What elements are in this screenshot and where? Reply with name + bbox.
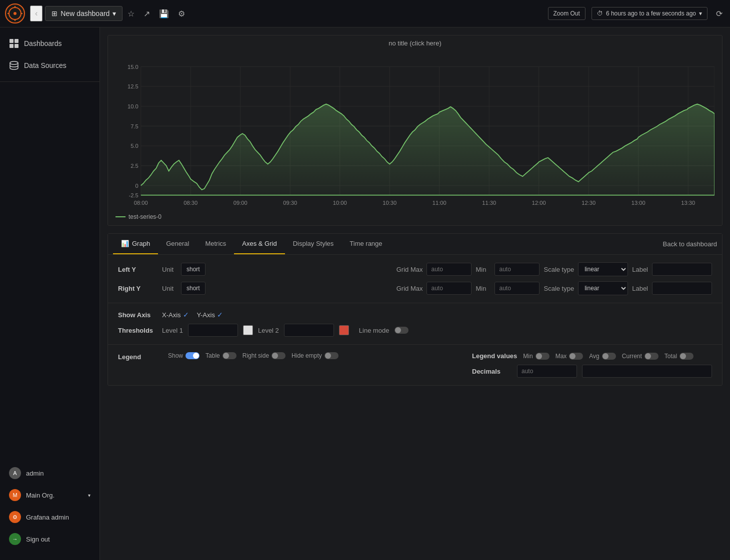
max-val-toggle-item[interactable]: Max [556,353,584,360]
right-side-toggle[interactable] [272,352,286,359]
zoom-out-button[interactable]: Zoom Out [548,7,586,20]
svg-text:08:30: 08:30 [184,200,198,206]
main-layout: Dashboards Data Sources A admin M Main O… [0,27,730,560]
min-label-left: Min [476,266,490,273]
x-axis-check-icon: ✓ [183,311,189,319]
left-y-label-input[interactable] [652,263,712,276]
panel-type-label: Graph [132,240,150,247]
total-val-toggle[interactable] [680,353,694,360]
svg-rect-7 [10,39,14,43]
star-button[interactable]: ☆ [124,6,138,21]
right-y-scale-type-select[interactable]: linear [578,281,628,295]
total-val-toggle-item[interactable]: Total [664,353,694,360]
line-mode-toggle[interactable] [394,327,408,334]
org-label: Main Org. [26,492,54,499]
decimals-input[interactable] [517,365,577,378]
table-toggle[interactable] [222,352,236,359]
show-axis-row: Show Axis X-Axis ✓ Y-Axis ✓ [118,311,712,319]
data-sources-icon [9,60,19,70]
min-val-toggle[interactable] [536,353,550,360]
avg-val-toggle[interactable] [602,353,616,360]
svg-text:0: 0 [135,182,138,188]
avg-val-label: Avg [589,353,599,360]
save-button[interactable]: 💾 [155,6,173,21]
svg-point-2 [14,12,16,15]
y-axis-checkbox-item[interactable]: Y-Axis ✓ [197,311,223,319]
legend-options: Show Table Right side Hide empty [168,352,338,359]
x-axis-checkbox-item[interactable]: X-Axis ✓ [162,311,189,319]
show-toggle[interactable] [186,352,200,359]
unit-label-right: Unit [162,285,177,292]
tab-time-range-label: Time range [350,240,382,247]
sidebar-sign-out[interactable]: → Sign out [0,528,100,550]
hide-empty-toggle[interactable] [324,352,338,359]
level2-input[interactable] [284,324,334,337]
sidebar-org-item[interactable]: M Main Org. ▾ [0,484,100,506]
legend-label: Legend [118,352,158,361]
tab-axes-grid[interactable]: Axes & Grid [234,234,284,254]
dashboards-icon [9,38,19,48]
org-avatar: M [9,489,21,501]
svg-text:10:30: 10:30 [382,200,396,206]
right-side-label: Right side [242,352,269,359]
svg-text:12:00: 12:00 [532,200,546,206]
decimals-row: Decimals [472,365,712,378]
right-y-grid-max-input[interactable] [426,282,472,295]
decimals-extra-input[interactable] [582,365,712,378]
legend-values-label: Legend values [472,352,517,360]
y-axis-check-icon: ✓ [217,311,223,319]
sidebar-divider-1 [0,81,100,82]
min-val-toggle-item[interactable]: Min [523,353,549,360]
sidebar-bottom: A admin M Main Org. ▾ ⚙ Grafana admin → … [0,462,100,560]
right-side-toggle-item[interactable]: Right side [242,352,286,359]
back-to-dashboard-link[interactable]: Back to dashboard [663,234,717,254]
sidebar-item-data-sources[interactable]: Data Sources [0,54,100,76]
current-val-toggle-item[interactable]: Current [622,353,658,360]
grafana-admin-avatar: ⚙ [9,511,21,523]
max-val-toggle[interactable] [569,353,583,360]
share-button[interactable]: ↗ [140,6,154,21]
level2-color-swatch[interactable] [339,325,349,335]
tab-general-label: General [166,240,189,247]
refresh-button[interactable]: ⟳ [714,6,725,21]
tab-time-range[interactable]: Time range [342,234,390,254]
left-y-grid-max-input[interactable] [426,263,472,276]
settings-button[interactable]: ⚙ [174,6,189,21]
current-val-toggle[interactable] [644,353,658,360]
sidebar: Dashboards Data Sources A admin M Main O… [0,27,100,560]
tab-general[interactable]: General [158,234,197,254]
line-mode-label: Line mode [359,327,390,334]
right-y-label-input[interactable] [652,282,712,295]
sidebar-item-dashboards[interactable]: Dashboards [0,32,100,54]
svg-text:09:00: 09:00 [234,200,248,206]
tab-display-styles[interactable]: Display Styles [285,234,342,254]
hide-empty-toggle-item[interactable]: Hide empty [292,352,338,359]
show-toggle-item[interactable]: Show [168,352,200,359]
x-axis-label: X-Axis [162,311,181,319]
right-y-unit-value[interactable]: short [181,282,206,295]
level1-color-swatch[interactable] [243,325,253,335]
tab-metrics-label: Metrics [205,240,226,247]
grid-max-label-right: Grid Max [396,285,423,292]
table-label: Table [206,352,220,359]
sidebar-grafana-admin[interactable]: ⚙ Grafana admin [0,506,100,528]
left-y-unit-value[interactable]: short [181,263,206,276]
time-range-button[interactable]: ⏱ 6 hours ago to a few seconds ago ▾ [592,7,708,20]
left-y-scale-type-select[interactable]: linear [578,262,628,276]
sidebar-user[interactable]: A admin [0,462,100,484]
max-val-label: Max [556,353,567,360]
level1-input[interactable] [188,324,238,337]
panel-title[interactable]: no title (click here) [108,35,722,51]
avg-val-toggle-item[interactable]: Avg [589,353,616,360]
threshold-row: Level 1 Level 2 Line mode [162,324,408,337]
table-toggle-item[interactable]: Table [206,352,236,359]
panel-type-tab[interactable]: 📊 Graph [113,234,158,254]
dashboard-title-button[interactable]: ⊞ New dashboard ▾ [45,6,122,21]
svg-rect-9 [10,44,14,48]
total-val-label: Total [664,353,677,360]
tab-metrics[interactable]: Metrics [197,234,234,254]
legend-main-row: Legend Show Table Right side [118,352,457,378]
left-y-min-input[interactable] [494,263,540,276]
right-y-min-input[interactable] [494,282,540,295]
back-button[interactable]: ‹ [30,5,42,21]
